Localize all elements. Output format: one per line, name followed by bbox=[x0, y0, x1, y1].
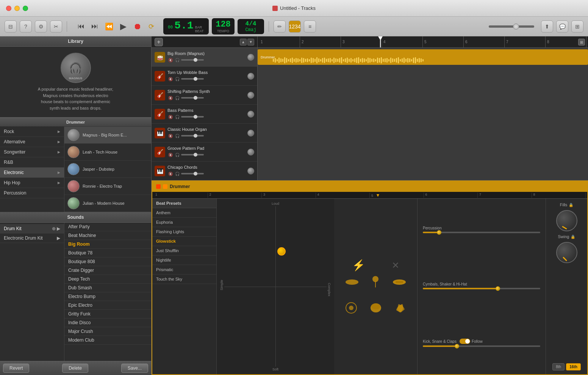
sound-crate-digger[interactable]: Crate Digger bbox=[64, 266, 151, 275]
category-rnb[interactable]: R&B bbox=[0, 157, 64, 168]
track-knob-0[interactable] bbox=[247, 54, 254, 61]
sound-indie-disco[interactable]: Indie Disco bbox=[64, 319, 151, 327]
library-btn[interactable]: ⊟ bbox=[5, 20, 17, 33]
track-shifting[interactable]: 🎸 Shifting Patterns Synth 🔇 🎧 bbox=[152, 86, 257, 105]
help-btn[interactable]: ? bbox=[20, 20, 32, 33]
swing-knob[interactable] bbox=[556, 242, 577, 263]
preset-glowstick[interactable]: Glowstick bbox=[152, 237, 216, 246]
track-mute-6[interactable]: 🔇 bbox=[167, 171, 174, 177]
track-knob-6[interactable] bbox=[247, 168, 254, 174]
revert-button[interactable]: Revert bbox=[3, 364, 29, 373]
sound-modern-club[interactable]: Modern Club bbox=[64, 336, 151, 345]
beat-ball[interactable] bbox=[277, 247, 286, 256]
category-percussion[interactable]: Percussion bbox=[0, 188, 64, 198]
mixer-btn[interactable]: ≡ bbox=[304, 20, 316, 33]
track-bass-patterns[interactable]: 🎸 Bass Patterns 🔇 🎧 bbox=[152, 105, 257, 124]
preset-euphoria[interactable]: Euphoria bbox=[152, 218, 216, 227]
category-electronic[interactable]: Electronic ▶ bbox=[0, 168, 64, 178]
percussion-slider[interactable] bbox=[423, 232, 540, 233]
track-torn-up[interactable]: 🎸 Torn Up Wobble Bass 🔇 🎧 bbox=[152, 67, 257, 86]
preset-prismatic[interactable]: Prismatic bbox=[152, 265, 216, 275]
pencil-btn[interactable]: ✏ bbox=[274, 20, 286, 33]
sound-deep-tech[interactable]: Deep Tech bbox=[64, 275, 151, 284]
delete-button[interactable]: Delete bbox=[62, 364, 88, 373]
track-big-room[interactable]: 🥁 Big Room (Magnus) 🔇 🎧 bbox=[152, 48, 257, 67]
back-to-start-button[interactable]: ⏪ bbox=[102, 20, 116, 33]
drum-x[interactable]: ✕ bbox=[392, 260, 399, 271]
sound-big-room[interactable]: Big Room bbox=[64, 240, 151, 249]
drum-lightning[interactable]: ⚡ bbox=[352, 259, 365, 271]
preset-nightlife[interactable]: Nightlife bbox=[152, 256, 216, 265]
drummer-leah[interactable]: Leah - Tech House bbox=[64, 144, 151, 161]
preset-shufflin[interactable]: Just Shufflin bbox=[152, 246, 216, 256]
track-headphone-2[interactable]: 🎧 bbox=[174, 95, 180, 101]
timeline-row-4[interactable] bbox=[258, 124, 588, 143]
sound-after-party[interactable]: After Party bbox=[64, 223, 151, 231]
fullscreen-button[interactable] bbox=[23, 6, 28, 11]
timeline-region-drum[interactable]: Drummer // Generate waveform bars bbox=[258, 49, 588, 65]
category-songwriter[interactable]: Songwriter ▶ bbox=[0, 147, 64, 157]
track-headphone-4[interactable]: 🎧 bbox=[174, 133, 180, 139]
window-controls[interactable] bbox=[6, 6, 28, 11]
minimize-button[interactable] bbox=[14, 6, 20, 11]
track-headphone-5[interactable]: 🎧 bbox=[174, 152, 180, 158]
track-headphone-3[interactable]: 🎧 bbox=[174, 114, 180, 120]
track-knob-5[interactable] bbox=[247, 149, 254, 155]
preset-flashing[interactable]: Flashing Lights bbox=[152, 227, 216, 237]
share-btn[interactable]: ⬆ bbox=[541, 20, 553, 33]
track-arrow-down[interactable]: ▼ bbox=[247, 39, 254, 46]
category-rock[interactable]: Rock ▶ bbox=[0, 127, 64, 137]
preset-anthem[interactable]: Anthem bbox=[152, 208, 216, 218]
add-track-button[interactable]: + bbox=[155, 38, 163, 46]
close-button[interactable] bbox=[6, 6, 11, 11]
track-mute-2[interactable]: 🔇 bbox=[167, 95, 174, 101]
note-8th-button[interactable]: 8th bbox=[552, 363, 565, 370]
drum-cymbal[interactable] bbox=[345, 279, 359, 285]
track-knob-1[interactable] bbox=[247, 73, 254, 80]
preset-touch-sky[interactable]: Touch the Sky bbox=[152, 275, 216, 284]
follow-toggle[interactable]: Follow bbox=[460, 339, 483, 344]
track-mute-1[interactable]: 🔇 bbox=[167, 76, 174, 82]
zoom-button[interactable]: ⊞ bbox=[578, 39, 585, 46]
category-alternative[interactable]: Alternative ▶ bbox=[0, 137, 64, 147]
sound-boutique-808[interactable]: Boutique 808 bbox=[64, 257, 151, 266]
sound-cat-drumkit[interactable]: Drum Kit ⊕ ▶ bbox=[0, 224, 64, 234]
track-vol-0[interactable] bbox=[181, 59, 204, 61]
drummer-jasper[interactable]: Jasper - Dubstep bbox=[64, 161, 151, 178]
settings-btn[interactable]: ⚙ bbox=[35, 20, 47, 33]
cymbals-slider[interactable] bbox=[423, 288, 540, 289]
drum-tambourine[interactable] bbox=[393, 279, 406, 285]
color-btn[interactable]: 1234 bbox=[289, 20, 301, 33]
beat-pad-area[interactable]: Loud Soft Simple Complex bbox=[217, 199, 334, 374]
drum-gong[interactable] bbox=[345, 302, 357, 314]
timeline-row-3[interactable] bbox=[258, 105, 588, 124]
category-hiphop[interactable]: Hip Hop ▶ bbox=[0, 178, 64, 188]
track-vol-1[interactable] bbox=[181, 78, 204, 80]
kick-slider[interactable] bbox=[423, 345, 540, 347]
timeline-row-5[interactable] bbox=[258, 143, 588, 162]
track-mute-4[interactable]: 🔇 bbox=[167, 133, 174, 139]
track-classic-organ[interactable]: 🎹 Classic House Organ 🔇 🎧 bbox=[152, 124, 257, 143]
sound-cat-electronic[interactable]: Electronic Drum Kit ▶ bbox=[0, 234, 64, 243]
track-vol-5[interactable] bbox=[181, 154, 204, 155]
drum-mallet[interactable] bbox=[372, 276, 379, 288]
track-knob-3[interactable] bbox=[247, 111, 254, 118]
record-button[interactable]: ⏺ bbox=[130, 20, 145, 33]
track-headphone-6[interactable]: 🎧 bbox=[174, 171, 180, 177]
track-mute-3[interactable]: 🔇 bbox=[167, 114, 174, 120]
track-vol-6[interactable] bbox=[181, 173, 204, 174]
track-vol-2[interactable] bbox=[181, 97, 204, 99]
play-button[interactable]: ▶ bbox=[117, 20, 130, 33]
rewind-button[interactable]: ⏮ bbox=[75, 20, 88, 33]
chat-btn[interactable]: 💬 bbox=[556, 20, 568, 33]
track-vol-4[interactable] bbox=[181, 135, 204, 137]
track-groove-pad[interactable]: 🎸 Groove Pattern Pad 🔇 🎧 bbox=[152, 143, 257, 162]
timeline-row-0[interactable]: Drummer // Generate waveform bars bbox=[258, 48, 588, 67]
master-volume[interactable] bbox=[489, 23, 538, 30]
timeline-row-6[interactable] bbox=[258, 162, 588, 180]
scissors-btn[interactable]: ✂ bbox=[50, 20, 62, 33]
track-headphone-1[interactable]: 🎧 bbox=[174, 76, 180, 82]
grid-btn[interactable]: ⊞ bbox=[571, 20, 583, 33]
note-16th-button[interactable]: 16th bbox=[566, 363, 581, 370]
save-button[interactable]: Save... bbox=[121, 364, 148, 373]
